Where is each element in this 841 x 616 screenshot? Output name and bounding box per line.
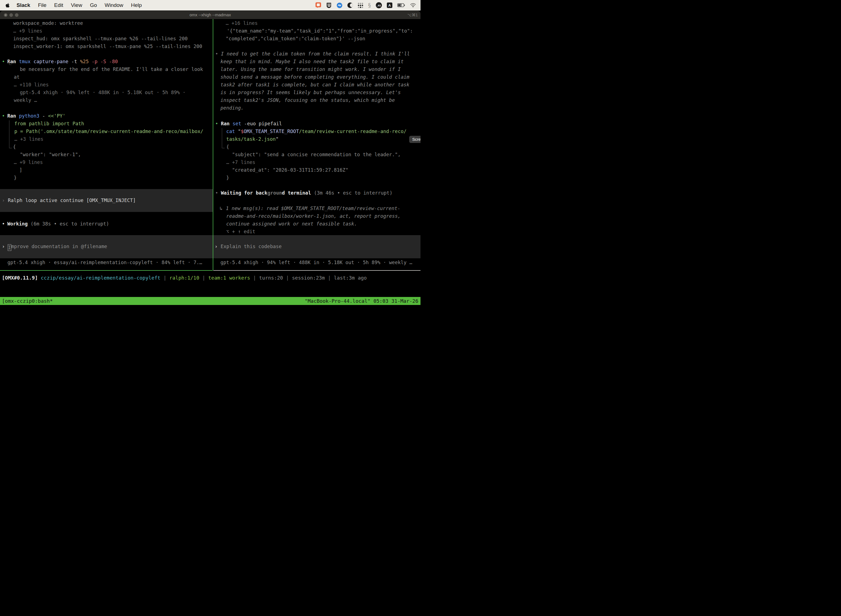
tmux-output-status: gpt-5.4 xhigh · 94% left · 488K in · 5.1… xyxy=(20,89,186,96)
tmux-host-clock: "MacBook-Pro-44.local" 05:03 31-Mar-26 xyxy=(305,297,418,305)
menu-go[interactable]: Go xyxy=(90,2,97,8)
thinking-line: keep that in mind. Maybe I also need the… xyxy=(220,58,404,65)
prompt-chevron: › xyxy=(2,198,5,203)
output-more: … +16 lines xyxy=(226,19,258,27)
python-output: ] xyxy=(19,166,22,174)
cat-output: } xyxy=(226,174,229,182)
menu-edit[interactable]: Edit xyxy=(54,2,63,8)
pulse-app-icon[interactable] xyxy=(337,3,343,8)
waiting-bullet-icon: • xyxy=(215,190,218,196)
ran-tmux-command: •Ran tmux capture-pane -t %25 -p -S -80 xyxy=(2,58,118,65)
window-titlebar[interactable]: omx --xhigh --madmax ⌥⌘1 xyxy=(0,11,420,19)
cat-command: tasks/task-2.json" xyxy=(226,135,279,143)
python-output: } xyxy=(14,174,17,182)
python-output-more: … +9 lines xyxy=(14,158,43,166)
json-output: "completed","claim_token":"claim-token"}… xyxy=(226,35,365,43)
chat-notification-icon[interactable] xyxy=(315,2,321,8)
output-line: inspect_worker-1: omx sparkshell --tmux-… xyxy=(13,43,202,50)
working-status: •Working (6m 38s • esc to interrupt) xyxy=(2,220,109,228)
thinking-line: later. Using the same for transition mig… xyxy=(220,65,401,73)
thinking-line: is in progress? It seems likely but perh… xyxy=(220,89,401,96)
cat-output: { xyxy=(226,143,229,151)
thinking-line: pending. xyxy=(220,104,244,112)
tmux-status-bar: [omx-cczip0:bash* "MacBook-Pro-44.local"… xyxy=(0,297,420,305)
count-badge-icon[interactable]: ..61 xyxy=(376,2,382,8)
window-title: omx --xhigh --madmax xyxy=(0,11,420,19)
menu-file[interactable]: File xyxy=(38,2,47,8)
output-corner-guide xyxy=(9,59,12,65)
prompt-input-right[interactable]: ›Explain this codebase xyxy=(213,235,420,258)
menu-app-name[interactable]: Slack xyxy=(16,2,30,8)
wifi-icon[interactable] xyxy=(410,3,416,7)
cat-output: "created_at": "2026-03-31T11:59:27.816Z" xyxy=(232,166,348,174)
mailbox-message: readme-and-reco/mailbox/worker-1.json, a… xyxy=(226,212,401,220)
screen: { "menu_bar": { "app_name": "Slack", "me… xyxy=(0,0,420,308)
omx-path: cczip/essay/ai-reimplementation-copyleft xyxy=(41,275,160,281)
apps-grid-icon[interactable] xyxy=(358,3,363,8)
code-block-guide xyxy=(9,120,12,148)
code-block-guide xyxy=(222,128,224,148)
keypad-shield-icon[interactable] xyxy=(326,3,332,8)
working-bullet-icon: • xyxy=(2,221,5,227)
run-bullet-icon: • xyxy=(215,121,218,126)
squiggle-icon[interactable]: § xyxy=(368,2,371,9)
screen-overlay-toast: Scre xyxy=(409,136,420,143)
omx-ralph: ralph:1/10 xyxy=(169,275,199,281)
thinking-line: inspect task2's JSON, focusing on the st… xyxy=(220,96,395,104)
output-line: inspect_hud: omx sparkshell --tmux-pane … xyxy=(13,35,188,43)
omx-turns: turns:20 xyxy=(259,275,283,281)
thinking-line: should send a message before completing … xyxy=(220,73,409,81)
menu-window[interactable]: Window xyxy=(105,2,123,8)
ralph-banner-text: Ralph loop active continue [OMX_TMUX_INJ… xyxy=(8,198,136,203)
pane-separator-left xyxy=(0,270,213,271)
tmux-output: be necessary for the end of the README. … xyxy=(20,65,203,73)
omx-team: team:1 workers xyxy=(208,275,250,281)
text-cursor: I xyxy=(8,244,11,251)
output-line: workspace_mode: worktree xyxy=(13,19,83,27)
terminal-window: omx --xhigh --madmax ⌥⌘1 workspace_mode:… xyxy=(0,11,420,308)
battery-icon[interactable] xyxy=(397,3,405,7)
menu-view[interactable]: View xyxy=(71,2,82,8)
model-status-left: gpt-5.4 xhigh · essay/ai-reimplementatio… xyxy=(7,259,202,266)
ralph-banner: ›Ralph loop active continue [OMX_TMUX_IN… xyxy=(0,189,213,212)
python-output: { xyxy=(13,143,16,151)
ran-set-command: •Ran set -euo pipefail xyxy=(215,120,282,128)
input-placeholder: mprove documentation in @filename xyxy=(11,244,107,249)
python-code: p = Path('.omx/state/team/review-current… xyxy=(14,128,203,135)
run-bullet-icon: • xyxy=(2,113,5,119)
cat-output: "subject": "send a concise recommendatio… xyxy=(232,151,401,158)
python-code: from pathlib import Path xyxy=(14,120,84,128)
omx-session: session:23m xyxy=(292,275,325,281)
pane-divider[interactable] xyxy=(213,19,213,270)
run-bullet-icon: • xyxy=(2,59,5,64)
tmux-session-name: [omx-cczip0:bash* xyxy=(2,297,53,305)
thought-bullet-icon: • xyxy=(215,51,218,57)
status-icons: § ..61 A xyxy=(315,2,420,9)
omx-status-line: [OMX#0.11.9] cczip/essay/ai-reimplementa… xyxy=(2,274,367,282)
cat-output-more: … +7 lines xyxy=(226,158,255,166)
return-arrow-icon: ↳ xyxy=(220,205,223,211)
model-status-right: gpt-5.4 xhigh · 94% left · 488K in · 5.1… xyxy=(220,259,412,266)
input-placeholder: Explain this codebase xyxy=(221,244,282,249)
menu-bar: Slack File Edit View Go Window Help § ..… xyxy=(0,0,420,10)
menu-help[interactable]: Help xyxy=(131,2,142,8)
prompt-chevron: › xyxy=(215,244,218,249)
prompt-input-left[interactable]: ›Improve documentation in @filename xyxy=(0,235,213,258)
window-shortcut-hint: ⌥⌘1 xyxy=(407,11,418,19)
output-more: … +9 lines xyxy=(13,27,42,35)
ran-python-command: •Ran python3 - <<'PY' xyxy=(2,112,65,120)
omx-last: last:3m ago xyxy=(334,275,367,281)
cat-command: cat "$OMX_TEAM_STATE_ROOT/team/review-cu… xyxy=(226,128,406,135)
mailbox-message: ↳1 new msg(s): read $OMX_TEAM_STATE_ROOT… xyxy=(220,204,400,212)
moon-icon[interactable] xyxy=(347,3,353,8)
python-output: "worker": "worker-1", xyxy=(20,151,81,158)
omx-version: [OMX#0.11.9] xyxy=(2,275,41,281)
input-source-icon[interactable]: A xyxy=(387,3,393,8)
thinking-line: task2 after task1 is complete, but can I… xyxy=(220,81,409,89)
tmux-output: at xyxy=(14,73,20,81)
tmux-output-status: weekly … xyxy=(14,96,37,104)
edit-hint: ⌥ + ↑ edit xyxy=(226,228,255,235)
apple-menu-icon[interactable] xyxy=(5,3,10,8)
json-output: '{"team_name":"my-team","task_id":"1","f… xyxy=(227,27,413,35)
mailbox-message: continue assigned work or next feasible … xyxy=(226,220,357,228)
